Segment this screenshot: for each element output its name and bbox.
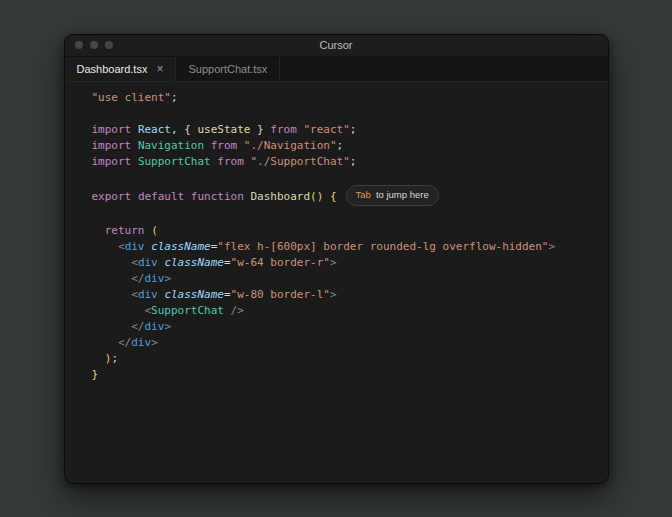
- code-line[interactable]: [92, 170, 600, 186]
- code-line[interactable]: "use client";: [92, 90, 600, 106]
- code-token: [92, 272, 132, 285]
- code-line[interactable]: </div>: [92, 319, 600, 335]
- code-token: [323, 189, 330, 202]
- code-token: >: [330, 256, 337, 269]
- code-line[interactable]: <div className="flex h-[600px] border ro…: [92, 239, 600, 255]
- code-token: (): [310, 189, 323, 202]
- code-token: Navigation: [138, 139, 204, 152]
- window-controls: [65, 41, 113, 49]
- code-line[interactable]: </div>: [92, 271, 600, 287]
- tab-label: Dashboard.tsx: [77, 63, 148, 75]
- code-editor[interactable]: "use client";import React, { useState } …: [65, 82, 608, 483]
- code-token: return: [105, 224, 145, 237]
- hint-key-label: Tab: [356, 187, 371, 203]
- window-titlebar[interactable]: Cursor: [65, 35, 608, 57]
- code-token: [92, 320, 132, 333]
- code-token: "./Navigation": [244, 139, 337, 152]
- code-token: [92, 352, 105, 365]
- code-token: from: [217, 155, 244, 168]
- code-token: >: [330, 288, 337, 301]
- code-token: className: [164, 288, 224, 301]
- code-line[interactable]: }: [92, 367, 600, 383]
- code-line[interactable]: import Navigation from "./Navigation";: [92, 138, 600, 154]
- code-token: [92, 336, 119, 349]
- desktop-background: Cursor Dashboard.tsx × SupportChat.tsx "…: [0, 0, 672, 517]
- code-token: [92, 288, 132, 301]
- code-line[interactable]: );: [92, 351, 600, 367]
- code-token: SupportChat: [138, 155, 211, 168]
- code-token: "flex h-[600px] border rounded-lg overfl…: [217, 240, 548, 253]
- code-token: div: [138, 256, 158, 269]
- tab-bar: Dashboard.tsx × SupportChat.tsx: [65, 57, 608, 82]
- code-token: [184, 189, 191, 202]
- code-token: [92, 240, 119, 253]
- code-token: =: [224, 256, 231, 269]
- code-token: "w-64 border-r": [231, 256, 330, 269]
- code-token: div: [125, 240, 145, 253]
- code-token: function: [191, 189, 244, 202]
- code-token: "./SupportChat": [250, 155, 349, 168]
- tab-jump-hint: Tabto jump here: [346, 185, 439, 206]
- code-token: >: [164, 272, 171, 285]
- code-line[interactable]: <div className="w-64 border-r">: [92, 255, 600, 271]
- code-token: import: [92, 123, 132, 136]
- code-token: [131, 189, 138, 202]
- maximize-window-button[interactable]: [105, 41, 113, 49]
- code-token: {: [330, 189, 337, 202]
- code-token: div: [145, 320, 165, 333]
- code-token: }: [250, 123, 270, 136]
- code-token: [237, 139, 244, 152]
- code-token: />: [231, 304, 244, 317]
- code-token: from: [211, 139, 238, 152]
- code-line[interactable]: [92, 106, 600, 122]
- code-token: React: [138, 123, 171, 136]
- code-token: useState: [198, 123, 251, 136]
- code-token: import: [92, 155, 132, 168]
- code-token: >: [164, 320, 171, 333]
- code-token: div: [131, 336, 151, 349]
- code-token: </: [131, 320, 144, 333]
- code-line[interactable]: import SupportChat from "./SupportChat";: [92, 154, 600, 170]
- code-token: "react": [303, 123, 349, 136]
- code-line[interactable]: export default function Dashboard() {Tab…: [92, 186, 600, 207]
- code-token: default: [138, 189, 184, 202]
- code-token: <: [131, 256, 138, 269]
- code-line[interactable]: <div className="w-80 border-l">: [92, 287, 600, 303]
- code-token: div: [138, 288, 158, 301]
- code-token: >: [151, 336, 158, 349]
- code-token: <: [131, 288, 138, 301]
- code-token: [92, 304, 145, 317]
- code-token: [204, 139, 211, 152]
- code-token: className: [164, 256, 224, 269]
- code-line[interactable]: </div>: [92, 335, 600, 351]
- code-line[interactable]: import React, { useState } from "react";: [92, 122, 600, 138]
- code-token: =: [224, 288, 231, 301]
- close-window-button[interactable]: [75, 41, 83, 49]
- code-token: "use client": [92, 91, 171, 104]
- code-token: [224, 304, 231, 317]
- minimize-window-button[interactable]: [90, 41, 98, 49]
- hint-text-label: to jump here: [376, 187, 429, 203]
- code-token: Dashboard: [250, 189, 310, 202]
- code-line[interactable]: [92, 207, 600, 223]
- close-tab-icon[interactable]: ×: [156, 63, 163, 75]
- tab-label: SupportChat.tsx: [188, 63, 267, 75]
- code-token: ;: [111, 352, 118, 365]
- tab-supportchat[interactable]: SupportChat.tsx: [176, 57, 280, 81]
- code-token: }: [92, 368, 99, 381]
- code-token: SupportChat: [151, 304, 224, 317]
- code-token: ;: [171, 91, 178, 104]
- code-token: className: [151, 240, 211, 253]
- code-token: [131, 155, 138, 168]
- tab-dashboard[interactable]: Dashboard.tsx ×: [65, 57, 177, 81]
- code-token: </: [131, 272, 144, 285]
- code-token: [92, 256, 132, 269]
- code-token: div: [145, 272, 165, 285]
- code-line[interactable]: return (: [92, 223, 600, 239]
- code-token: ;: [350, 123, 357, 136]
- code-token: [92, 224, 105, 237]
- code-line[interactable]: <SupportChat />: [92, 303, 600, 319]
- code-token: <: [118, 240, 125, 253]
- code-token: export: [92, 189, 132, 202]
- code-token: ;: [350, 155, 357, 168]
